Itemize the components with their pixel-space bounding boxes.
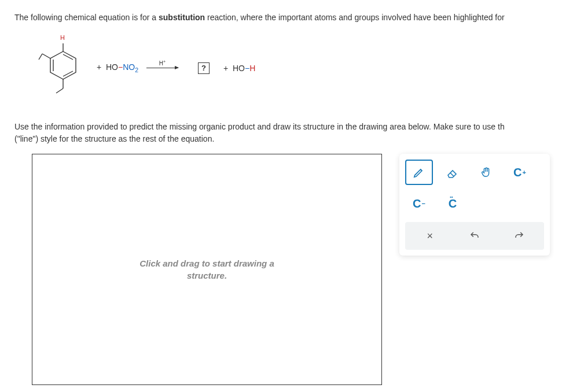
intro-pre: The following chemical equation is for a: [14, 13, 159, 22]
svg-line-5: [42, 54, 50, 58]
instruction-text: Use the information provided to predict …: [14, 121, 570, 145]
c-minus-tool[interactable]: C−: [405, 191, 433, 216]
plus-product: + HO−H: [223, 64, 255, 73]
undo-button[interactable]: [462, 225, 487, 246]
action-bar: ×: [405, 222, 544, 250]
work-area: Click and drag to start drawing a struct…: [32, 154, 570, 385]
canvas-placeholder: Click and drag to start drawing a struct…: [139, 257, 274, 282]
drawing-canvas[interactable]: Click and drag to start drawing a struct…: [32, 154, 382, 385]
molecule-top-h: H: [60, 34, 65, 41]
svg-line-2: [63, 71, 73, 76]
svg-line-9: [450, 173, 454, 176]
reactant-molecule: H: [38, 35, 89, 101]
svg-line-1: [63, 54, 73, 60]
chemical-equation: H + HO−NO2 H+ ? + HO−H: [38, 35, 570, 101]
svg-marker-0: [50, 51, 76, 79]
tool-palette: C+ C− C ×: [399, 154, 550, 256]
plus-1: + HO−NO2: [97, 62, 138, 73]
intro-post: reaction, where the important atoms and …: [205, 13, 505, 22]
unknown-product-box: ?: [198, 62, 210, 74]
question-intro: The following chemical equation is for a…: [14, 12, 570, 24]
c-radical-tool[interactable]: C: [439, 191, 467, 216]
eraser-tool[interactable]: [439, 160, 467, 185]
svg-line-6: [39, 54, 42, 60]
instruction-line2: ("line") style for the structure as the …: [14, 134, 214, 143]
c-plus-tool[interactable]: C+: [506, 160, 534, 185]
reaction-arrow: H+: [146, 68, 178, 68]
intro-bold: substitution: [159, 13, 205, 22]
arrow-label: H+: [159, 60, 166, 66]
hand-tool[interactable]: [472, 160, 500, 185]
instruction-line1: Use the information provided to predict …: [14, 122, 505, 131]
pencil-tool[interactable]: [405, 160, 433, 185]
svg-line-8: [56, 88, 63, 93]
redo-button[interactable]: [506, 225, 532, 246]
clear-button[interactable]: ×: [417, 225, 443, 246]
